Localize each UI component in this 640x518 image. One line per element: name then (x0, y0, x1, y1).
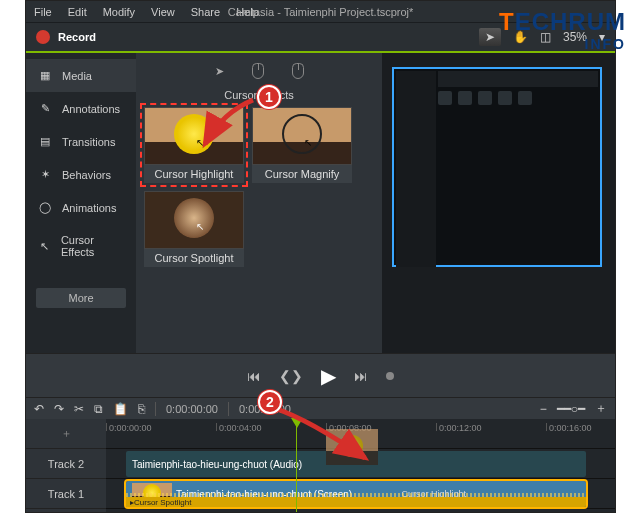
behaviors-icon: ✶ (36, 168, 54, 181)
menu-file[interactable]: File (34, 6, 52, 18)
sidebar-item-label: Animations (62, 202, 116, 214)
effects-subtabs: ➤ (144, 59, 374, 87)
track-1[interactable]: Taimienphi-tao-hieu-ung-chuot (Screen) C… (106, 479, 615, 509)
sidebar-item-annotations[interactable]: ✎ Annotations (26, 92, 136, 125)
transitions-icon: ▤ (36, 135, 54, 148)
timecode-current: 0:00:00:00 (166, 403, 218, 415)
playback-controls: ⏮ ❮❯ ▶ ⏭ (26, 353, 615, 397)
main-area: ▦ Media ✎ Annotations ▤ Transitions ✶ Be… (26, 53, 615, 353)
watermark-t: T (499, 8, 515, 35)
canvas-selection[interactable] (392, 67, 602, 267)
copy-icon[interactable]: ⧉ (94, 402, 103, 416)
record-icon (36, 30, 50, 44)
paste-icon[interactable]: 📋 (113, 402, 128, 416)
effect-cursor-magnify[interactable]: ↖ Cursor Magnify (252, 107, 352, 183)
watermark-echrum: ECHRUM (515, 8, 626, 35)
preview-mini-sidebar (396, 71, 436, 267)
split-icon[interactable]: ⎘ (138, 402, 145, 416)
animations-icon: ◯ (36, 201, 54, 214)
marker-dot[interactable] (386, 372, 394, 380)
watermark: TECHRUM INFO (499, 8, 626, 52)
play-button[interactable]: ▶ (321, 364, 336, 388)
sidebar: ▦ Media ✎ Annotations ▤ Transitions ✶ Be… (26, 53, 136, 353)
sidebar-item-behaviors[interactable]: ✶ Behaviors (26, 158, 136, 191)
ruler-tick: 0:00:04:00 (216, 423, 262, 431)
preview-mini-icons (438, 91, 532, 105)
effect-thumb-label: Cursor Magnify (252, 165, 352, 183)
effect-cursor-spotlight[interactable]: ↖ Cursor Spotlight (144, 191, 244, 267)
canvas-preview[interactable] (382, 53, 615, 353)
cut-icon[interactable]: ✂ (74, 402, 84, 416)
ruler-tick: 0:00:00:00 (106, 423, 152, 431)
effect-thumb-label: Cursor Highlight (144, 165, 244, 183)
effect-thumb-image: ↖ (252, 107, 352, 165)
sidebar-item-label: Transitions (62, 136, 115, 148)
cursor-tab-icon[interactable]: ➤ (215, 65, 224, 78)
track-header-1[interactable]: Track 1 (26, 479, 106, 509)
annotations-icon: ✎ (36, 102, 54, 115)
next-frame-button[interactable]: ⏭ (354, 368, 368, 384)
effect-thumb-label: Cursor Spotlight (144, 249, 244, 267)
sidebar-item-cursor-effects[interactable]: ↖ Cursor Effects (26, 224, 136, 268)
ruler-tick: 0:00:16:00 (546, 423, 592, 431)
menu-modify[interactable]: Modify (103, 6, 135, 18)
zoom-in-icon[interactable]: ＋ (595, 400, 607, 417)
select-tool-icon[interactable]: ➤ (479, 28, 501, 46)
ruler-tick: 0:00:12:00 (436, 423, 482, 431)
sidebar-item-label: Behaviors (62, 169, 111, 181)
callout-1: 1 (257, 85, 281, 109)
menu-share[interactable]: Share (191, 6, 220, 18)
sidebar-item-animations[interactable]: ◯ Animations (26, 191, 136, 224)
step-back-button[interactable]: ❮❯ (279, 368, 303, 384)
sidebar-item-transitions[interactable]: ▤ Transitions (26, 125, 136, 158)
media-icon: ▦ (36, 69, 54, 82)
callout-2: 2 (258, 390, 282, 414)
sidebar-item-media[interactable]: ▦ Media (26, 59, 136, 92)
right-click-tab-icon[interactable] (292, 63, 304, 79)
window-title: Camtasia - Taimienphi Project.tscproj* (228, 6, 414, 18)
sidebar-item-label: Cursor Effects (61, 234, 126, 258)
screen-clip[interactable]: Taimienphi-tao-hieu-ung-chuot (Screen) C… (126, 481, 586, 507)
menu-edit[interactable]: Edit (68, 6, 87, 18)
left-click-tab-icon[interactable] (252, 63, 264, 79)
cursor-effects-icon: ↖ (36, 240, 53, 253)
zoom-out-icon[interactable]: − (540, 402, 547, 416)
sidebar-more-button[interactable]: More (36, 288, 126, 308)
watermark-info: INFO (499, 36, 626, 52)
zoom-slider[interactable]: ━━○━ (557, 402, 585, 416)
track-header-2[interactable]: Track 2 (26, 449, 106, 479)
redo-icon[interactable]: ↷ (54, 402, 64, 416)
preview-mini-header (438, 71, 598, 87)
track-headers: ＋ Track 2 Track 1 (26, 419, 106, 512)
sidebar-item-label: Annotations (62, 103, 120, 115)
arrow-2 (270, 400, 380, 470)
menu-view[interactable]: View (151, 6, 175, 18)
effect-strip-label: Cursor Spotlight (134, 498, 191, 507)
add-track-button[interactable]: ＋ (26, 419, 106, 449)
undo-icon[interactable]: ↶ (34, 402, 44, 416)
prev-frame-button[interactable]: ⏮ (247, 368, 261, 384)
arrow-1 (193, 92, 263, 162)
sidebar-item-label: Media (62, 70, 92, 82)
record-button[interactable]: Record (58, 31, 96, 43)
clip-effect-strip[interactable]: ▸ Cursor Spotlight (126, 497, 586, 507)
effect-thumb-image: ↖ (144, 191, 244, 249)
